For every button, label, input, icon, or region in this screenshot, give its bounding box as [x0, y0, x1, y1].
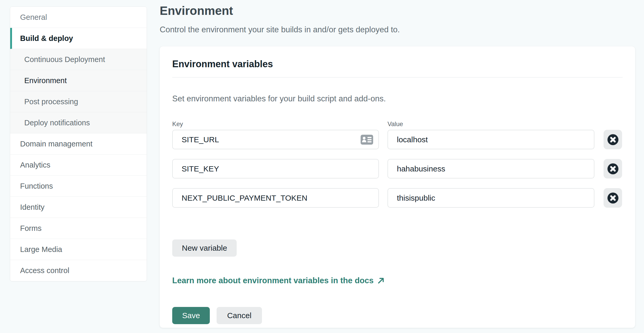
sidebar-item-domain-management[interactable]: Domain management — [10, 133, 147, 155]
card-description: Set environment variables for your build… — [172, 94, 623, 104]
env-var-row — [172, 188, 623, 208]
sidebar-item-analytics[interactable]: Analytics — [10, 155, 147, 176]
sidebar-item-general[interactable]: General — [10, 7, 147, 28]
sidebar-item-functions[interactable]: Functions — [10, 176, 147, 197]
sidebar-item-label: Deploy notifications — [24, 119, 90, 127]
sidebar-item-post-processing[interactable]: Post processing — [10, 91, 147, 112]
page-title: Environment — [160, 4, 635, 18]
key-column-label: Key — [172, 120, 387, 128]
form-actions: Save Cancel — [172, 307, 623, 324]
new-variable-button[interactable]: New variable — [172, 239, 237, 257]
circle-x-icon — [607, 163, 619, 175]
value-input-wrap — [387, 130, 594, 149]
delete-variable-button[interactable] — [604, 188, 622, 208]
key-input-wrap — [172, 188, 379, 208]
sidebar-item-access-control[interactable]: Access control — [10, 260, 147, 281]
sidebar-item-continuous-deployment[interactable]: Continuous Deployment — [10, 49, 147, 70]
sidebar-item-forms[interactable]: Forms — [10, 218, 147, 239]
docs-link-label: Learn more about environment variables i… — [172, 276, 374, 286]
delete-variable-button[interactable] — [604, 130, 622, 149]
env-key-input[interactable] — [172, 130, 379, 149]
sidebar-item-deploy-notifications[interactable]: Deploy notifications — [10, 112, 147, 133]
env-var-row — [172, 130, 623, 149]
circle-x-icon — [607, 134, 619, 145]
key-input-wrap — [172, 130, 379, 149]
env-key-input[interactable] — [172, 188, 379, 208]
page-subtitle: Control the environment your site builds… — [160, 25, 635, 35]
settings-sidebar: General Build & deploy Continuous Deploy… — [10, 7, 147, 281]
sidebar-item-label: Large Media — [20, 245, 62, 254]
card-heading: Environment variables — [172, 58, 623, 70]
env-value-input[interactable] — [387, 188, 594, 208]
circle-x-icon — [607, 192, 619, 204]
sidebar-item-label: Analytics — [20, 161, 50, 169]
sidebar-item-label: Forms — [20, 224, 41, 233]
key-input-wrap — [172, 159, 379, 178]
docs-link[interactable]: Learn more about environment variables i… — [172, 276, 385, 286]
sidebar-item-label: Environment — [24, 76, 67, 85]
card-divider — [172, 77, 623, 78]
sidebar-item-identity[interactable]: Identity — [10, 197, 147, 218]
env-value-input[interactable] — [387, 130, 594, 149]
save-button[interactable]: Save — [172, 307, 210, 324]
delete-variable-button[interactable] — [604, 159, 622, 178]
sidebar-item-label: Domain management — [20, 140, 92, 148]
env-value-input[interactable] — [387, 159, 594, 178]
value-column-label: Value — [387, 120, 403, 128]
sidebar-item-label: Post processing — [24, 97, 78, 106]
env-var-row — [172, 159, 623, 178]
sidebar-item-label: Access control — [20, 266, 69, 275]
value-input-wrap — [387, 159, 594, 178]
cancel-button[interactable]: Cancel — [217, 307, 262, 324]
sidebar-item-label: General — [20, 13, 47, 22]
arrow-up-right-icon — [377, 277, 385, 284]
sidebar-item-label: Build & deploy — [20, 34, 73, 43]
sidebar-item-large-media[interactable]: Large Media — [10, 239, 147, 260]
sidebar-item-build-and-deploy[interactable]: Build & deploy — [10, 28, 147, 49]
sidebar-item-label: Functions — [20, 182, 53, 190]
env-key-input[interactable] — [172, 159, 379, 178]
environment-variables-card: Environment variables Set environment va… — [160, 46, 635, 328]
value-input-wrap — [387, 188, 594, 208]
sidebar-item-environment[interactable]: Environment — [10, 70, 147, 91]
page-header: Environment Control the environment your… — [160, 4, 635, 35]
sidebar-item-label: Continuous Deployment — [24, 55, 105, 64]
field-labels-row: Key Value — [172, 120, 623, 128]
sidebar-item-label: Identity — [20, 203, 45, 212]
